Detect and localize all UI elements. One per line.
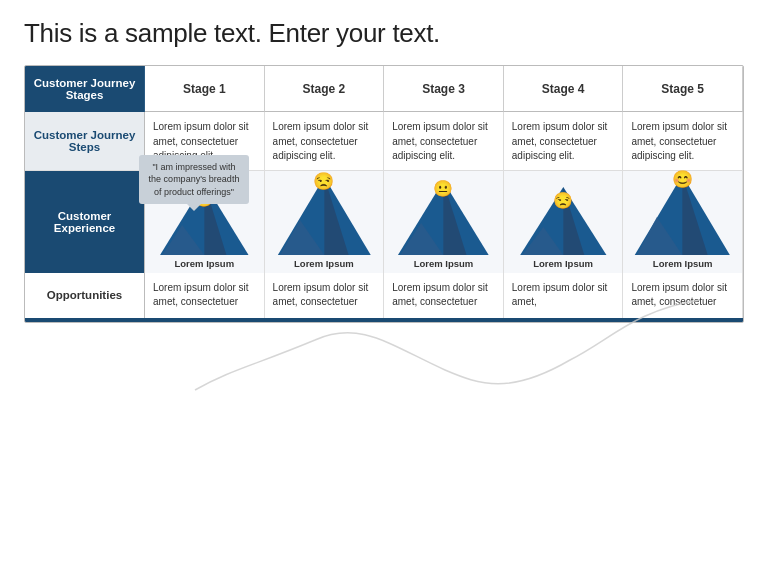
exp-cell-4: 😒 Lorem Ipsum (504, 171, 624, 273)
page-title: This is a sample text. Enter your text. (24, 18, 744, 49)
exp-label-5: Lorem Ipsum (653, 255, 713, 273)
exp-label-2: Lorem Ipsum (294, 255, 354, 273)
opp-cell-1: Lorem ipsum dolor sit amet, consectetuer (145, 273, 265, 318)
opp-cell-2: Lorem ipsum dolor sit amet, consectetuer (265, 273, 385, 318)
col-label-journey-steps: Customer Journey Steps (25, 112, 145, 171)
col-label-customer-experience: Customer Experience (25, 171, 145, 273)
table-grid: Customer Journey Stages Stage 1 Stage 2 … (25, 66, 743, 322)
stage-1-header: Stage 1 (145, 66, 265, 112)
journey-table: Customer Journey Stages Stage 1 Stage 2 … (24, 65, 744, 323)
emoji-3: 😐 (433, 179, 453, 198)
mountain-4: 😒 Lorem Ipsum (508, 175, 619, 273)
exp-label-1: Lorem Ipsum (174, 255, 234, 273)
opp-cell-5: Lorem ipsum dolor sit amet, consectetuer (623, 273, 743, 318)
mountain-1: "I am impressed with the company's bread… (149, 175, 260, 273)
emoji-4: 😒 (553, 191, 573, 210)
exp-cell-5: 😊 Lorem Ipsum (623, 171, 743, 273)
mountain-2: 😒 Lorem Ipsum (269, 175, 380, 273)
exp-label-3: Lorem Ipsum (414, 255, 474, 273)
opp-cell-4: Lorem ipsum dolor sit amet, (504, 273, 624, 318)
mountain-5: 😊 Lorem Ipsum (627, 175, 738, 273)
exp-cell-2: 😒 Lorem Ipsum (265, 171, 385, 273)
emoji-5: 😊 (672, 169, 693, 190)
emoji-2: 😒 (313, 171, 334, 192)
opp-cell-3: Lorem ipsum dolor sit amet, consectetuer (384, 273, 504, 318)
steps-cell-3: Lorem ipsum dolor sit amet, consectetuer… (384, 112, 504, 171)
exp-cell-3: 😐 Lorem Ipsum (384, 171, 504, 273)
tooltip-bubble: "I am impressed with the company's bread… (139, 155, 249, 205)
col-label-opportunities: Opportunities (25, 273, 145, 318)
stage-3-header: Stage 3 (384, 66, 504, 112)
steps-cell-2: Lorem ipsum dolor sit amet, consectetuer… (265, 112, 385, 171)
exp-label-4: Lorem Ipsum (533, 255, 593, 273)
steps-cell-5: Lorem ipsum dolor sit amet, consectetuer… (623, 112, 743, 171)
stage-5-header: Stage 5 (623, 66, 743, 112)
stage-4-header: Stage 4 (504, 66, 624, 112)
steps-cell-4: Lorem ipsum dolor sit amet, consectetuer… (504, 112, 624, 171)
col-label-journey-stages: Customer Journey Stages (25, 66, 145, 112)
mountain-3: 😐 Lorem Ipsum (388, 175, 499, 273)
bottom-accent-bar (25, 318, 743, 322)
mountain-svg-4 (508, 175, 619, 255)
exp-cell-1: "I am impressed with the company's bread… (145, 171, 265, 273)
stage-2-header: Stage 2 (265, 66, 385, 112)
